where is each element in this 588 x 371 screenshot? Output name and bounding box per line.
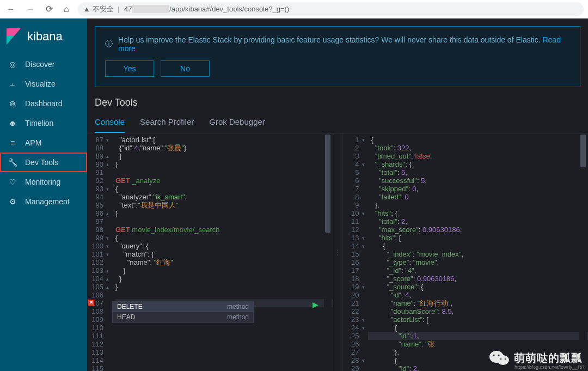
code-line[interactable]: "match": { — [115, 250, 333, 258]
code-line[interactable]: } — [115, 266, 333, 275]
code-line[interactable]: "actorList": [ — [371, 315, 589, 324]
code-line[interactable] — [115, 348, 333, 356]
code-line[interactable]: "hits": [ — [371, 234, 589, 242]
nav-icon: ≡ — [8, 138, 17, 148]
code-line[interactable]: "_source": { — [371, 283, 589, 291]
code-line[interactable]: { — [371, 242, 589, 250]
code-line[interactable]: "name": "张 — [371, 340, 589, 348]
code-line[interactable]: "name": "红海行动", — [371, 299, 589, 307]
code-line[interactable]: "_id": "4", — [371, 266, 589, 275]
watermark-url: https://blog.csdn.net/lovely__RR — [514, 364, 585, 370]
nav-item-management[interactable]: ⚙Management — [0, 192, 87, 211]
nav-icon: ⫠ — [8, 79, 17, 89]
scrollbar[interactable] — [324, 135, 332, 370]
code-line[interactable]: "text":"我是中国人" — [115, 201, 333, 209]
code-line[interactable]: "_index": "movie_index", — [371, 250, 589, 258]
code-line[interactable]: "name": "红海" — [115, 258, 333, 266]
code-line[interactable]: } — [115, 209, 333, 217]
code-line[interactable]: ] — [115, 152, 333, 160]
code-line[interactable] — [115, 291, 333, 299]
tab-search-profiler[interactable]: Search Profiler — [140, 113, 194, 133]
info-icon: ⓘ — [105, 39, 113, 49]
tabs: ConsoleSearch ProfilerGrok Debugger — [87, 113, 588, 133]
nav-item-discover[interactable]: ◎Discover — [0, 54, 87, 74]
code-line[interactable] — [115, 332, 333, 340]
code-line[interactable] — [115, 340, 333, 348]
code-line[interactable]: "_score": 0.90630186, — [371, 275, 589, 283]
forward-button[interactable]: → — [24, 3, 37, 15]
code-line[interactable]: { — [371, 324, 589, 332]
nav-item-timelion[interactable]: ☻Timelion — [0, 113, 87, 133]
yes-button[interactable]: Yes — [105, 60, 154, 77]
code-line[interactable]: {"id":4,"name":"张晨"} — [115, 144, 333, 152]
code-line[interactable]: { — [115, 185, 333, 193]
code-line[interactable]: "hits": { — [371, 209, 589, 217]
code-line[interactable]: } — [115, 275, 333, 283]
tab-console[interactable]: Console — [95, 113, 125, 133]
url-bar[interactable]: ▲ 不安全 | 47.000.00.000/app/kibana#/dev_to… — [78, 2, 584, 16]
code-line[interactable]: } — [115, 160, 333, 168]
code-line[interactable]: GET movie_index/movie/_search — [115, 226, 333, 234]
svg-point-1 — [497, 355, 509, 365]
nav-item-visualize[interactable]: ⫠Visualize — [0, 74, 87, 94]
nav-item-apm[interactable]: ≡APM — [0, 133, 87, 153]
svg-point-5 — [505, 358, 506, 360]
nav-icon: ◎ — [8, 59, 17, 69]
code-line[interactable]: "took": 322, — [371, 144, 589, 152]
telemetry-banner: ⓘ Help us improve the Elastic Stack by p… — [95, 26, 580, 87]
code-line[interactable] — [115, 217, 333, 226]
code-line[interactable]: "skipped": 0, — [371, 185, 589, 193]
code-line[interactable] — [115, 364, 333, 371]
wechat-icon — [489, 349, 510, 367]
code-line[interactable]: "_type": "movie", — [371, 258, 589, 266]
nav-icon: 🔧 — [8, 157, 17, 167]
code-line[interactable] — [115, 324, 333, 332]
brand-text: kibana — [27, 29, 63, 44]
page-title: Dev Tools — [87, 87, 588, 113]
nav-label: Monitoring — [25, 178, 60, 186]
autocomplete-item[interactable]: DELETEmethod — [113, 302, 253, 312]
nav-label: Dashboard — [25, 99, 63, 108]
home-button[interactable]: ⌂ — [62, 3, 71, 15]
nav-item-dev-tools[interactable]: 🔧Dev Tools — [0, 153, 87, 172]
code-line[interactable] — [115, 356, 333, 364]
code-line[interactable]: "query": { — [115, 242, 333, 250]
code-line[interactable]: "id": 4, — [371, 291, 589, 299]
response-editor[interactable]: 1▾234▾5678910▾111213▾14▾1516171819▾20212… — [343, 133, 589, 371]
code-line[interactable]: "max_score": 0.90630186, — [371, 226, 589, 234]
autocomplete-item[interactable]: HEADmethod — [113, 312, 253, 323]
code-line[interactable]: GET _analyze — [115, 177, 333, 185]
nav-label: Timelion — [25, 119, 53, 127]
code-line[interactable]: "total": 2, — [371, 217, 589, 226]
code-line[interactable]: "id": 1, — [371, 332, 589, 340]
code-line[interactable]: "failed": 0 — [371, 193, 589, 201]
back-button[interactable]: ← — [4, 3, 17, 15]
code-line[interactable]: } — [115, 283, 333, 291]
logo[interactable]: kibana — [0, 19, 87, 51]
code-line[interactable] — [115, 168, 333, 177]
code-line[interactable]: { — [115, 234, 333, 242]
code-line[interactable]: "total": 5, — [371, 168, 589, 177]
scrollbar[interactable] — [579, 135, 587, 370]
reload-button[interactable]: ⟳ — [44, 3, 55, 15]
code-line[interactable]: "successful": 5, — [371, 177, 589, 185]
request-editor[interactable]: 87▾8889▴90▴919293▾949596▴979899▾100▾101▾… — [87, 133, 333, 371]
tab-grok-debugger[interactable]: Grok Debugger — [209, 113, 265, 133]
run-button[interactable]: ▶ — [313, 300, 318, 309]
nav-item-dashboard[interactable]: ⊚Dashboard — [0, 94, 87, 113]
pane-divider[interactable]: ⋮ — [333, 133, 343, 371]
autocomplete-popup[interactable]: DELETEmethodHEADmethod — [112, 301, 254, 323]
code-line[interactable]: { — [371, 136, 589, 144]
insecure-warning-icon: ▲ 不安全 — [83, 4, 114, 14]
nav-item-monitoring[interactable]: ♡Monitoring — [0, 172, 87, 192]
no-button[interactable]: No — [161, 60, 210, 77]
code-line[interactable]: "_shards": { — [371, 160, 589, 168]
nav-label: Management — [25, 197, 70, 206]
nav-icon: ☻ — [8, 118, 17, 128]
code-line[interactable]: "doubanScore": 8.5, — [371, 307, 589, 315]
code-line[interactable]: }, — [371, 201, 589, 209]
code-line[interactable]: "analyzer":"ik_smart", — [115, 193, 333, 201]
nav-label: Discover — [25, 60, 54, 69]
code-line[interactable]: "actorList":[ — [115, 136, 333, 144]
code-line[interactable]: "timed_out": false, — [371, 152, 589, 160]
